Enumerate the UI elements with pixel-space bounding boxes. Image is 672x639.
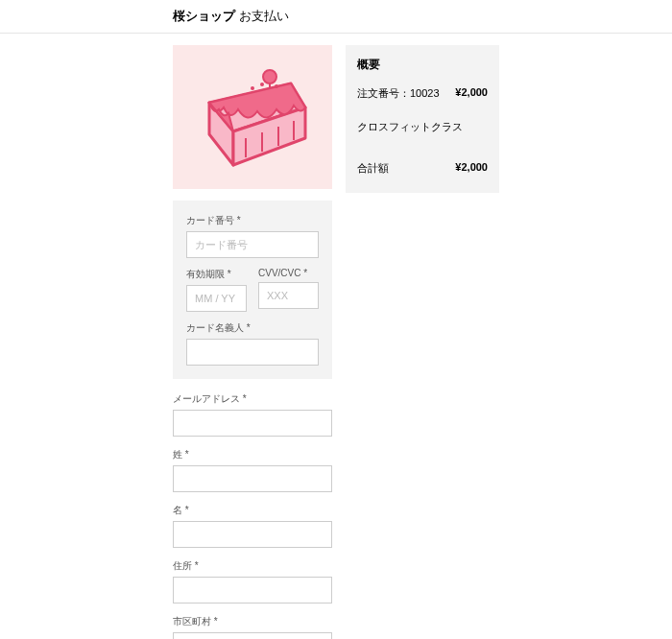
city-input[interactable] (173, 632, 332, 639)
card-cvv-label: CVV/CVC (258, 268, 319, 278)
svg-point-4 (275, 84, 278, 88)
order-summary: 概要 注文番号：10023 ¥2,000 クロスフィットクラス 合計額 ¥2,0… (346, 45, 499, 193)
card-cvv-input[interactable] (258, 282, 319, 309)
shop-name: 桜ショップ (173, 9, 235, 23)
svg-point-2 (251, 86, 254, 90)
firstname-label: 名 (173, 504, 332, 517)
main-column: カード番号 有効期限 CVV/CVC カード名義人 メールアドレス (173, 45, 332, 639)
product-image (173, 45, 332, 189)
summary-title: 概要 (357, 57, 488, 73)
summary-item-name: クロスフィットクラス (357, 120, 488, 134)
email-input[interactable] (173, 410, 332, 437)
order-number: 注文番号：10023 (357, 86, 440, 101)
address-label: 住所 (173, 559, 332, 573)
card-expiry-input[interactable] (186, 285, 247, 312)
order-price: ¥2,000 (455, 86, 488, 101)
card-expiry-label: 有効期限 (186, 268, 247, 281)
svg-point-3 (260, 83, 264, 86)
page-title: お支払い (239, 9, 289, 23)
card-number-input[interactable] (186, 231, 319, 258)
total-label: 合計額 (357, 161, 389, 176)
top-bar: 桜ショップお支払い (0, 0, 672, 34)
email-label: メールアドレス (173, 392, 332, 406)
svg-point-0 (263, 70, 276, 83)
address-input[interactable] (173, 577, 332, 604)
lastname-input[interactable] (173, 465, 332, 492)
card-name-label: カード名義人 (186, 321, 319, 335)
card-details-box: カード番号 有効期限 CVV/CVC カード名義人 (173, 201, 332, 379)
card-name-input[interactable] (186, 339, 319, 366)
cake-icon (180, 59, 324, 175)
firstname-input[interactable] (173, 521, 332, 548)
city-label: 市区町村 (173, 615, 332, 628)
lastname-label: 姓 (173, 448, 332, 462)
card-number-label: カード番号 (186, 214, 319, 227)
total-value: ¥2,000 (455, 161, 488, 176)
